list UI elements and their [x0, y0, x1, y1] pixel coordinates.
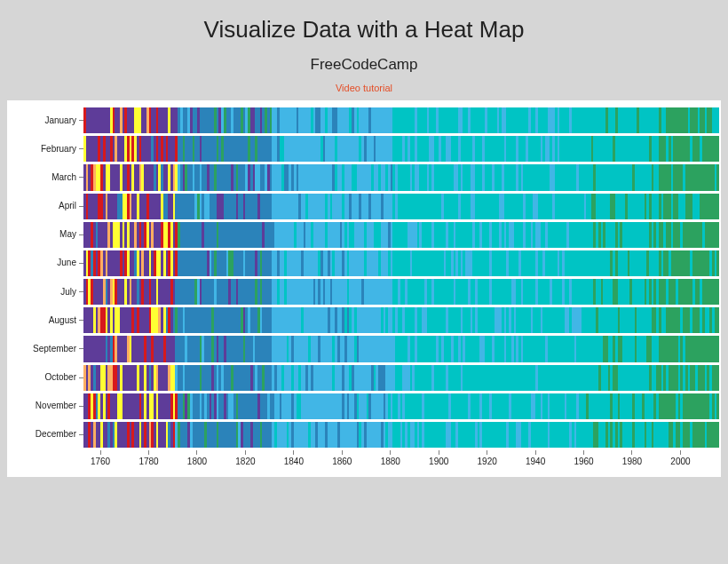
heatmap-cell [531, 422, 534, 448]
heatmap-cell [291, 194, 294, 219]
heatmap-cell [495, 336, 497, 361]
heatmap-cell [381, 422, 384, 448]
heatmap-cell [359, 164, 361, 190]
heatmap-cell [436, 365, 439, 391]
heatmap-cell [661, 393, 664, 419]
heatmap-cell [340, 365, 343, 391]
video-tutorial-link[interactable]: Video tutorial [336, 83, 392, 93]
heatmap-cell [688, 107, 691, 133]
heatmap-cell [352, 222, 354, 248]
heatmap-cell [139, 422, 142, 448]
heatmap-cell [395, 279, 398, 305]
heatmap-cell [582, 365, 584, 391]
heatmap-cell [88, 250, 91, 276]
heatmap-cell [628, 222, 630, 248]
heatmap-cell [214, 222, 217, 248]
heatmap-cell [559, 422, 562, 448]
heatmap-cell [88, 222, 91, 248]
heatmap-cell [154, 279, 156, 305]
heatmap-cell [93, 365, 96, 391]
heatmap-cell [134, 393, 137, 419]
heatmap-cell [361, 136, 364, 162]
heatmap-cell [267, 136, 270, 162]
heatmap-cell [354, 393, 357, 419]
heatmap-cell [250, 336, 253, 361]
heatmap-cell [297, 222, 299, 248]
heatmap-cell [642, 250, 645, 276]
heatmap-cell [412, 365, 415, 391]
heatmap-cell [281, 250, 284, 276]
heatmap-cell [642, 222, 645, 248]
heatmap-cell [559, 250, 562, 276]
heatmap-cell [318, 336, 320, 361]
heatmap-cell [115, 136, 117, 162]
heatmap-cell [685, 107, 688, 133]
heatmap-cell [465, 279, 468, 305]
heatmap-cell [107, 222, 110, 248]
heatmap-cell [211, 136, 214, 162]
heatmap-cell [110, 365, 113, 391]
heatmap-cell [289, 422, 291, 448]
heatmap-cell [257, 107, 260, 133]
heatmap-cell [552, 336, 555, 361]
heatmap-cell [669, 422, 671, 448]
heatmap-cell [635, 250, 637, 276]
heatmap-cell [415, 422, 417, 448]
heatmap-cell [202, 194, 204, 219]
heatmap-cell [204, 365, 207, 391]
heatmap-cell [381, 336, 384, 361]
heatmap-cell [652, 393, 654, 419]
heatmap-cell [392, 307, 395, 333]
heatmap-cell [431, 194, 434, 219]
heatmap-cell [297, 164, 299, 190]
heatmap-cell [86, 422, 89, 448]
heatmap-cell [304, 336, 306, 361]
heatmap-cell [221, 279, 224, 305]
heatmap-cell [550, 365, 552, 391]
heatmap-cell [110, 136, 113, 162]
heatmap-cell [207, 336, 210, 361]
heatmap-cell [204, 250, 207, 276]
heatmap-cell [98, 107, 100, 133]
heatmap-cell [521, 336, 524, 361]
heatmap-cell [410, 393, 413, 419]
heatmap-cell [367, 164, 369, 190]
heatmap-cell [83, 164, 86, 190]
heatmap-cell [586, 279, 589, 305]
heatmap-cell [210, 279, 212, 305]
heatmap-cell [298, 336, 301, 361]
heatmap-cell [434, 393, 437, 419]
heatmap-cell [342, 107, 344, 133]
heatmap-cell [637, 336, 639, 361]
heatmap-cell [161, 164, 163, 190]
heatmap-cell [661, 194, 664, 219]
heatmap-cell [204, 393, 207, 419]
heatmap-cell [586, 107, 589, 133]
heatmap-cell [185, 365, 187, 391]
heatmap-cell [707, 336, 709, 361]
heatmap-cell [596, 107, 598, 133]
heatmap-cell [566, 307, 569, 333]
heatmap-cell [526, 250, 528, 276]
heatmap-cell [574, 336, 577, 361]
heatmap-cell [272, 107, 274, 133]
heatmap-cell [305, 336, 308, 361]
heatmap-cell [368, 393, 371, 419]
heatmap-cell [471, 365, 473, 391]
heatmap-cell [149, 194, 152, 219]
heatmap-cell [395, 107, 398, 133]
heatmap-cell [649, 393, 652, 419]
heatmap-cell [478, 194, 480, 219]
heatmap-cell [236, 336, 239, 361]
heatmap-cell [202, 222, 204, 248]
heatmap-cell [601, 194, 604, 219]
heatmap-cell [584, 136, 587, 162]
heatmap-cell [685, 336, 688, 361]
heatmap-cell [391, 336, 393, 361]
heatmap-cell [151, 365, 154, 391]
heatmap-cell [241, 136, 243, 162]
heatmap-cell [378, 222, 381, 248]
heatmap-cell [357, 279, 360, 305]
heatmap-cell [352, 250, 354, 276]
heatmap-cell [248, 222, 250, 248]
